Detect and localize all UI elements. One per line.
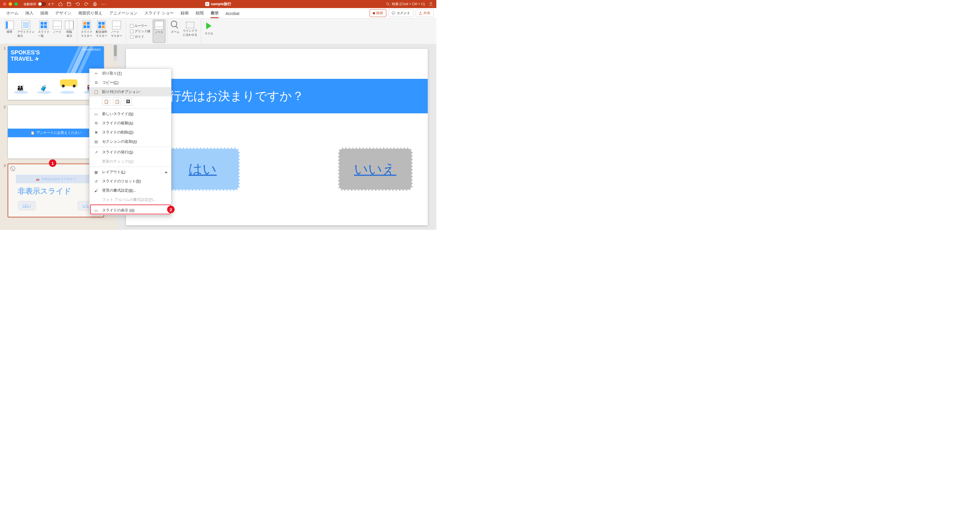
ctx-copy[interactable]: ⧉コピー(C) bbox=[89, 78, 171, 87]
clipboard-icon: 📋 bbox=[30, 131, 35, 135]
tab-transitions[interactable]: 画面切り替え bbox=[75, 8, 106, 18]
background-icon: 🖌 bbox=[94, 188, 99, 193]
cut-icon: ✂ bbox=[94, 71, 99, 76]
tab-design[interactable]: デザイン bbox=[52, 8, 75, 18]
chevron-right-icon: ▶ bbox=[165, 170, 168, 174]
ctx-check-updates: 更新のチェック(U) bbox=[89, 157, 171, 166]
tab-record[interactable]: 録画 bbox=[177, 8, 192, 18]
ctx-photo-album: フォト アルバムの書式設定(P)... bbox=[89, 195, 171, 204]
notes-page-button[interactable]: ノート bbox=[51, 19, 63, 43]
redo-icon[interactable] bbox=[84, 2, 89, 6]
paste-option-picture[interactable]: 🖼 bbox=[124, 97, 132, 106]
tab-animations[interactable]: アニメーション bbox=[106, 8, 141, 18]
slide-master-button[interactable]: スライド マスター bbox=[79, 19, 94, 43]
autosave-toggle[interactable]: 自動保存 オフ bbox=[24, 2, 54, 6]
tab-review[interactable]: 校閲 bbox=[192, 8, 207, 18]
maximize-window-button[interactable] bbox=[14, 2, 18, 6]
ctx-show-slide[interactable]: ▭スライドの表示 (H) bbox=[89, 206, 171, 215]
macro-button[interactable]: マクロ bbox=[203, 19, 215, 43]
tab-acrobat[interactable]: Acrobat bbox=[222, 9, 243, 18]
autosave-state: オフ bbox=[48, 2, 54, 6]
macro-group: マクロ bbox=[201, 19, 216, 43]
profile-icon[interactable] bbox=[428, 2, 433, 6]
window-controls bbox=[3, 2, 18, 6]
ribbon: 標準 アウトライン 表示 スライド 一覧 ノート 閲覧 表示 スライド マスター… bbox=[0, 18, 436, 44]
svg-rect-2 bbox=[94, 2, 96, 3]
context-menu: ✂切り取り(T) ⧉コピー(C) 📋貼り付けのオプション: 📋 📋 🖼 ▭新しい… bbox=[89, 68, 172, 215]
tab-right-controls: 録画 コメント 共有 bbox=[370, 9, 433, 17]
svg-point-5 bbox=[430, 2, 432, 4]
paste-option-theme[interactable]: 📋 bbox=[102, 97, 110, 106]
paste-options-row: 📋 📋 🖼 bbox=[89, 96, 171, 108]
slide-number: 1 bbox=[2, 46, 6, 100]
paste-option-source[interactable]: 📋 bbox=[113, 97, 121, 106]
comment-button[interactable]: コメント bbox=[388, 9, 414, 17]
tab-home[interactable]: ホーム bbox=[3, 8, 22, 18]
share-button[interactable]: 共有 bbox=[416, 9, 433, 17]
search-placeholder: 検索 (Cmd + Ctrl + U) bbox=[392, 2, 425, 6]
ctx-reset-slide[interactable]: ↺スライドのリセット(R) bbox=[89, 177, 171, 186]
notes-toggle-button[interactable]: ノート bbox=[153, 19, 165, 43]
print-icon[interactable] bbox=[92, 2, 97, 6]
presentation-views-group: 標準 アウトライン 表示 スライド 一覧 ノート 閲覧 表示 bbox=[2, 19, 77, 43]
svg-line-4 bbox=[388, 5, 390, 6]
zoom-button[interactable]: ズーム bbox=[169, 19, 181, 43]
slide-number: 3 bbox=[2, 164, 6, 218]
new-slide-icon: ▭ bbox=[94, 111, 99, 116]
home-icon[interactable] bbox=[58, 2, 63, 6]
tab-slideshow[interactable]: スライド ショー bbox=[141, 8, 177, 18]
layout-icon: ▦ bbox=[94, 169, 99, 175]
toggle-switch[interactable] bbox=[38, 2, 46, 6]
tab-view[interactable]: 表示 bbox=[207, 8, 222, 18]
yes-button[interactable]: はい bbox=[165, 148, 240, 191]
guides-checkbox[interactable]: ガイド bbox=[130, 34, 150, 40]
search-field[interactable]: 検索 (Cmd + Ctrl + U) bbox=[386, 2, 425, 6]
show-group: ルーラー グリッド線 ガイド ノート bbox=[126, 19, 167, 43]
ruler-checkbox[interactable]: ルーラー bbox=[130, 23, 150, 29]
handout-master-button[interactable]: 配信資料 マスター bbox=[94, 19, 109, 43]
slide-sorter-button[interactable]: スライド 一覧 bbox=[36, 19, 51, 43]
ctx-cut[interactable]: ✂切り取り(T) bbox=[89, 69, 171, 78]
more-icon[interactable]: ⋯ bbox=[101, 2, 106, 6]
delete-icon: ✖ bbox=[94, 130, 99, 135]
document-title: P sample旅行 bbox=[205, 2, 231, 6]
ctx-duplicate-slide[interactable]: ⧉スライドの複製(A) bbox=[89, 119, 171, 128]
annotation-badge-2: 2 bbox=[167, 206, 175, 213]
ctx-publish-slide[interactable]: ↗スライドの発行(S) bbox=[89, 148, 171, 157]
fit-window-button[interactable]: ウインドウ に合わせる bbox=[181, 19, 199, 43]
powerpoint-icon: P bbox=[205, 2, 209, 6]
show-checkboxes: ルーラー グリッド線 ガイド bbox=[128, 19, 153, 43]
titlebar: 自動保存 オフ ⋯ P sample旅行 検索 (Cmd + Ctrl + U) bbox=[0, 0, 436, 8]
tab-draw[interactable]: 描画 bbox=[37, 8, 52, 18]
search-icon bbox=[386, 2, 390, 6]
ctx-format-background[interactable]: 🖌背景の書式設定(B)... bbox=[89, 186, 171, 195]
normal-view-button[interactable]: 標準 bbox=[3, 19, 16, 43]
undo-icon[interactable] bbox=[75, 2, 80, 6]
section-icon: ▤ bbox=[94, 139, 99, 144]
tab-insert[interactable]: 挿入 bbox=[22, 8, 37, 18]
notes-master-button[interactable]: ノート マスター bbox=[109, 19, 124, 43]
scrollbar[interactable] bbox=[113, 44, 117, 62]
ctx-layout[interactable]: ▦レイアウト(L)▶ bbox=[89, 167, 171, 177]
reading-view-button[interactable]: 閲覧 表示 bbox=[63, 19, 75, 43]
copy-icon: ⧉ bbox=[94, 80, 99, 85]
autosave-label: 自動保存 bbox=[24, 2, 36, 6]
duplicate-icon: ⧉ bbox=[94, 121, 99, 126]
outline-view-button[interactable]: アウトライン 表示 bbox=[16, 19, 36, 43]
no-button[interactable]: いいえ bbox=[338, 148, 413, 191]
record-button[interactable]: 録画 bbox=[370, 9, 386, 17]
hidden-slide-icon bbox=[10, 166, 15, 171]
save-icon[interactable] bbox=[67, 2, 72, 6]
ctx-new-slide[interactable]: ▭新しいスライド(N) bbox=[89, 109, 171, 119]
publish-icon: ↗ bbox=[94, 150, 99, 155]
ctx-add-section[interactable]: ▤セクションの追加(A) bbox=[89, 137, 171, 146]
svg-point-3 bbox=[387, 3, 389, 5]
master-views-group: スライド マスター 配信資料 マスター ノート マスター bbox=[77, 19, 126, 43]
minimize-window-button[interactable] bbox=[9, 2, 12, 6]
gridlines-checkbox[interactable]: グリッド線 bbox=[130, 29, 150, 34]
zoom-group: ズーム ウインドウ に合わせる bbox=[167, 19, 201, 43]
close-window-button[interactable] bbox=[3, 2, 6, 6]
ribbon-tabs: ホーム 挿入 描画 デザイン 画面切り替え アニメーション スライド ショー 録… bbox=[0, 8, 436, 18]
ctx-paste-options[interactable]: 📋貼り付けのオプション: bbox=[89, 87, 171, 96]
ctx-delete-slide[interactable]: ✖スライドの削除(D) bbox=[89, 128, 171, 137]
